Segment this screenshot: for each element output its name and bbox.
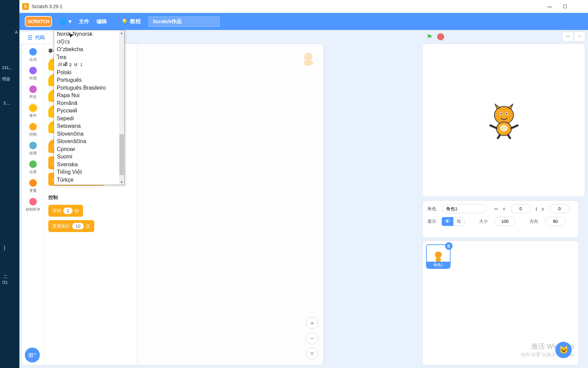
language-option[interactable]: Slovenščina	[54, 138, 119, 145]
language-option[interactable]: Português	[54, 76, 119, 84]
desktop-label: 二	[3, 274, 7, 280]
project-name-input[interactable]	[148, 16, 220, 27]
stage[interactable]	[422, 44, 585, 197]
language-option[interactable]: Українська	[54, 184, 119, 185]
maximize-button[interactable]: ☐	[557, 0, 573, 13]
scroll-down-button[interactable]: ▼	[119, 180, 124, 185]
app-icon: S	[22, 3, 29, 10]
category-item[interactable]: 自制积木	[26, 198, 40, 212]
language-button[interactable]: 🌐▾	[60, 18, 71, 25]
desktop-label: 241...	[2, 65, 12, 70]
category-item[interactable]: 声音	[29, 86, 37, 99]
language-option[interactable]: Svenska	[54, 161, 119, 169]
language-option[interactable]: Sepedi	[54, 115, 119, 123]
language-option[interactable]: Português Brasileiro	[54, 84, 119, 92]
language-option[interactable]: ଓଡ଼ିଆ	[54, 38, 119, 46]
sprite-label: 角色	[427, 206, 438, 212]
sprite-name-input[interactable]	[442, 204, 486, 213]
language-option[interactable]: Norsk Nynorsk	[54, 30, 119, 38]
script-workspace[interactable]: + − =	[137, 44, 324, 365]
size-input[interactable]	[495, 217, 515, 226]
svg-point-4	[501, 113, 502, 114]
dropdown-scrollbar[interactable]: ▲ ▼	[119, 30, 124, 185]
language-option[interactable]: Türkçe	[54, 176, 119, 184]
zoom-reset-button[interactable]: =	[306, 347, 318, 359]
scroll-thumb[interactable]	[119, 134, 124, 175]
block-repeat[interactable]: 重复执行10次	[48, 220, 94, 232]
language-option[interactable]: Setswana	[54, 122, 119, 130]
desktop-label: 理器	[2, 76, 10, 82]
eye-off-icon: ⦰	[457, 218, 461, 225]
window-titlebar: S Scratch 3.29.1 — ☐ ✕	[19, 0, 588, 13]
tab-code[interactable]: ☰代码	[19, 32, 53, 44]
language-option[interactable]: Oʻzbekcha	[54, 46, 119, 53]
sprite-thumbnail[interactable]: 角色1 🗑	[426, 244, 451, 269]
sprite-watermark-icon	[300, 51, 317, 68]
desktop-sidebar: A 241... 理器 3.... ⟩ 二 /31	[0, 0, 19, 368]
category-item[interactable]: 变量	[29, 179, 37, 193]
large-stage-button[interactable]: ▫	[574, 31, 585, 42]
category-item[interactable]: 外观	[29, 67, 37, 81]
scroll-up-button[interactable]: ▲	[119, 30, 124, 35]
category-item[interactable]: 侦测	[29, 142, 37, 156]
category-item[interactable]: 运算	[29, 160, 37, 174]
chevron-right-icon[interactable]: ⟩	[3, 245, 5, 251]
category-label: 外观	[29, 76, 37, 81]
y-label: y	[542, 206, 545, 211]
green-flag-button[interactable]: ⚑	[426, 33, 432, 41]
tutorials-button[interactable]: 💡教程	[121, 18, 141, 25]
menu-file[interactable]: 文件	[79, 18, 89, 25]
category-label: 运算	[29, 169, 37, 174]
zoom-in-button[interactable]: +	[306, 317, 318, 329]
x-input[interactable]	[510, 204, 531, 213]
language-dropdown[interactable]: Norsk Nynorskଓଡ଼ିଆOʻzbekchaไทยភាសាខ្មែរP…	[54, 30, 125, 185]
desktop-label: /31	[2, 280, 8, 285]
category-dot-icon	[29, 142, 37, 149]
extension-button[interactable]: ⊞⁺	[25, 348, 40, 363]
cat-thumb-icon	[431, 250, 445, 263]
category-dot-icon	[29, 160, 37, 168]
language-option[interactable]: Slovenčina	[54, 130, 119, 138]
stop-button[interactable]	[437, 33, 444, 40]
category-label: 变量	[29, 188, 37, 193]
minimize-button[interactable]: —	[542, 0, 557, 13]
add-sprite-button[interactable]: 🐱	[555, 342, 572, 358]
language-option[interactable]: Русский	[54, 107, 119, 115]
menu-edit[interactable]: 编辑	[97, 18, 107, 25]
language-option[interactable]: Српски	[54, 145, 119, 153]
sprite-list: 角色1 🗑 🐱	[422, 241, 579, 365]
language-option[interactable]: Suomi	[54, 153, 119, 161]
direction-input[interactable]	[545, 217, 566, 226]
category-dot-icon	[29, 48, 37, 56]
x-label: x	[503, 206, 506, 211]
category-item[interactable]: 运动	[29, 48, 37, 62]
category-label: 自制积木	[26, 207, 40, 212]
language-option[interactable]: Polski	[54, 69, 119, 77]
scratch-logo[interactable]: SCRATCH	[25, 16, 52, 27]
zoom-out-button[interactable]: −	[306, 332, 318, 344]
direction-label: 方向	[529, 218, 541, 225]
language-option[interactable]: Română	[54, 99, 119, 107]
stage-header: ⚑ ▫▫ ▫	[420, 30, 588, 44]
show-button[interactable]: 👁	[442, 217, 453, 226]
block-wait[interactable]: 等待1秒	[48, 205, 83, 217]
hide-button[interactable]: ⦰	[453, 217, 465, 226]
category-column: 运动外观声音事件控制侦测运算变量自制积木	[22, 44, 44, 365]
delete-sprite-button[interactable]: 🗑	[445, 242, 453, 250]
small-stage-button[interactable]: ▫▫	[562, 31, 574, 42]
category-item[interactable]: 控制	[29, 123, 37, 137]
language-option[interactable]: Tiếng Việt	[54, 168, 119, 176]
language-option[interactable]: ភាសាខ្មែរ	[54, 61, 119, 69]
category-dot-icon	[29, 123, 37, 131]
globe-icon: 🌐	[60, 18, 67, 25]
xy-icon: ↔	[493, 206, 499, 212]
desktop-label: 3....	[3, 101, 10, 106]
category-dot-icon	[29, 104, 37, 112]
language-option[interactable]: Rapa Nui	[54, 92, 119, 99]
y-input[interactable]	[549, 204, 570, 213]
category-dot-icon	[29, 86, 37, 93]
eye-icon: 👁	[445, 218, 450, 225]
category-item[interactable]: 事件	[29, 104, 37, 118]
language-option[interactable]: ไทย	[54, 53, 119, 61]
lightbulb-icon: 💡	[121, 18, 128, 25]
